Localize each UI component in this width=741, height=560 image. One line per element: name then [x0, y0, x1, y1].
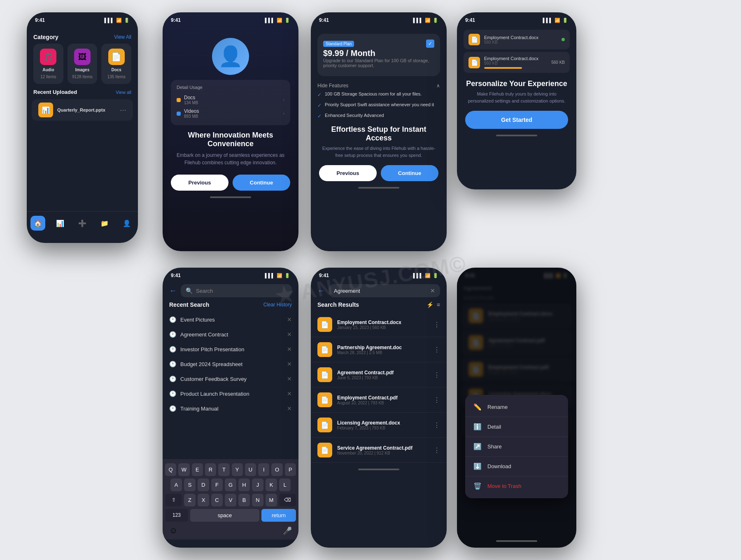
- result-item-2[interactable]: 📄 Partnership Agreement.doc March 28, 20…: [311, 337, 447, 362]
- result-more-5[interactable]: ⋮: [433, 421, 440, 429]
- screen2-prev-button[interactable]: Previous: [319, 165, 377, 181]
- remove-icon-3[interactable]: ✕: [287, 346, 292, 352]
- nav-profile[interactable]: 👤: [119, 216, 134, 231]
- result-more-6[interactable]: ⋮: [433, 446, 440, 454]
- back-button[interactable]: ←: [169, 287, 177, 295]
- result-info-6: Service Agreement Contract.pdf November …: [337, 445, 429, 455]
- result-item-6[interactable]: 📄 Service Agreement Contract.pdf Novembe…: [311, 438, 447, 463]
- result-item-5[interactable]: 📄 Licensing Agreement.docx February 7, 2…: [311, 413, 447, 438]
- nav-stats[interactable]: 📊: [53, 216, 68, 231]
- key-y[interactable]: Y: [232, 463, 243, 476]
- numbers-key[interactable]: 123: [165, 509, 188, 522]
- screen5-phone: 9:41 ▌▌▌ 📶 🔋 ← 🔍 Search Recent Search Cl…: [163, 268, 298, 548]
- key-q[interactable]: Q: [165, 463, 176, 476]
- return-key[interactable]: return: [261, 509, 296, 522]
- key-l[interactable]: L: [279, 478, 291, 491]
- recent-view-all[interactable]: View all: [116, 90, 131, 95]
- key-i[interactable]: I: [258, 463, 269, 476]
- search-item-3[interactable]: 🕐 Investor Pitch Presentation ✕: [163, 342, 298, 357]
- context-rename[interactable]: ✏️ Rename: [465, 397, 568, 417]
- search-item-5[interactable]: 🕐 Customer Feedback Survey ✕: [163, 371, 298, 386]
- result-more-3[interactable]: ⋮: [433, 371, 440, 379]
- space-key[interactable]: space: [190, 509, 259, 522]
- nav-files[interactable]: 📁: [97, 216, 112, 231]
- remove-icon-4[interactable]: ✕: [287, 361, 292, 367]
- get-started-button[interactable]: Get Started: [465, 111, 568, 129]
- result-item-3[interactable]: 📄 Agreement Contract.pdf June 5, 2023 | …: [311, 362, 447, 387]
- screen2-continue-button[interactable]: Continue: [381, 165, 438, 181]
- context-download[interactable]: ⬇️ Download: [465, 457, 568, 476]
- cat-audio[interactable]: 🎵 Audio 12 Items: [33, 44, 63, 84]
- cat-images[interactable]: 🖼 Images 9128 Items: [68, 44, 98, 84]
- nav-add[interactable]: ➕: [75, 216, 90, 231]
- key-p[interactable]: P: [285, 463, 296, 476]
- key-z[interactable]: Z: [184, 494, 196, 506]
- file-more-button[interactable]: ⋯: [120, 106, 126, 114]
- key-h[interactable]: H: [238, 478, 250, 491]
- screen4-signal-icon: ▌▌▌: [105, 18, 114, 23]
- remove-icon-1[interactable]: ✕: [287, 316, 292, 323]
- context-detail[interactable]: ℹ️ Detail: [465, 417, 568, 437]
- agreement-search-box[interactable]: Agreement ✕: [329, 284, 440, 297]
- screen2-status-icons: ▌▌▌ 📶 🔋: [413, 18, 438, 23]
- key-v[interactable]: V: [225, 494, 236, 506]
- result-more-2[interactable]: ⋮: [433, 346, 440, 354]
- key-u[interactable]: U: [245, 463, 256, 476]
- backspace-key[interactable]: ⌫: [279, 494, 296, 506]
- key-a[interactable]: A: [170, 478, 182, 491]
- list-icon[interactable]: ≡: [437, 301, 440, 308]
- plan-badge: Standard Plan: [323, 41, 354, 47]
- remove-icon-2[interactable]: ✕: [287, 331, 292, 338]
- result-item-1[interactable]: 📄 Employment Contract.docx January 15, 2…: [311, 312, 447, 337]
- cat-docs[interactable]: 📄 Docs 135 Items: [101, 44, 131, 84]
- key-n[interactable]: N: [252, 494, 263, 506]
- screen1-prev-button[interactable]: Previous: [171, 175, 228, 191]
- emoji-key[interactable]: ☺: [169, 526, 177, 535]
- search-box[interactable]: 🔍 Search: [181, 284, 292, 297]
- nav-home[interactable]: 🏠: [30, 216, 45, 231]
- remove-icon-5[interactable]: ✕: [287, 376, 292, 382]
- search-item-1[interactable]: 🕐 Event Pictures ✕: [163, 312, 298, 327]
- key-t[interactable]: T: [218, 463, 229, 476]
- screen1-continue-button[interactable]: Continue: [233, 175, 290, 191]
- key-d[interactable]: D: [198, 478, 209, 491]
- context-share[interactable]: ↗️ Share: [465, 437, 568, 457]
- remove-icon-6[interactable]: ✕: [287, 390, 292, 397]
- key-o[interactable]: O: [271, 463, 282, 476]
- screen2-time: 9:41: [319, 17, 329, 23]
- category-view-all[interactable]: View All: [114, 34, 131, 40]
- hide-features-row[interactable]: Hide Features ∧: [311, 80, 447, 91]
- key-g[interactable]: G: [225, 478, 236, 491]
- key-s[interactable]: S: [184, 478, 196, 491]
- result-more-4[interactable]: ⋮: [433, 396, 440, 404]
- search-input[interactable]: Search: [196, 288, 213, 294]
- key-c[interactable]: C: [211, 494, 223, 506]
- screen1-headline: Where Innovation Meets Convenience: [171, 131, 290, 148]
- clear-history-button[interactable]: Clear History: [263, 302, 292, 308]
- key-k[interactable]: K: [266, 478, 277, 491]
- shift-key[interactable]: ⇧: [165, 494, 182, 506]
- key-w[interactable]: W: [178, 463, 189, 476]
- search-item-4[interactable]: 🕐 Budget 2024 Spreadsheet ✕: [163, 357, 298, 371]
- remove-icon-7[interactable]: ✕: [287, 405, 292, 412]
- search-item-7[interactable]: 🕐 Training Manual ✕: [163, 401, 298, 416]
- search-icon: 🔍: [186, 287, 193, 294]
- key-f[interactable]: F: [211, 478, 223, 491]
- key-r[interactable]: R: [205, 463, 216, 476]
- docs-label: Docs: [111, 68, 121, 72]
- result-item-4[interactable]: 📄 Employment Contract.pdf August 10, 202…: [311, 387, 447, 413]
- agreement-back-button[interactable]: ←: [317, 287, 325, 295]
- kb-row-1: Q W E R T Y U I O P: [165, 463, 296, 476]
- search-item-6[interactable]: 🕐 Product Launch Presentation ✕: [163, 386, 298, 401]
- key-x[interactable]: X: [198, 494, 209, 506]
- result-more-1[interactable]: ⋮: [433, 321, 440, 329]
- filter-icon[interactable]: ⚡: [426, 301, 433, 308]
- key-e[interactable]: E: [192, 463, 203, 476]
- context-trash[interactable]: 🗑️ Move to Trash: [465, 476, 568, 496]
- mic-key[interactable]: 🎤: [283, 526, 292, 535]
- clear-search-button[interactable]: ✕: [430, 287, 435, 294]
- key-b[interactable]: B: [238, 494, 250, 506]
- key-m[interactable]: M: [266, 494, 277, 506]
- key-j[interactable]: J: [252, 478, 263, 491]
- search-item-2[interactable]: 🕐 Agreement Contract ✕: [163, 327, 298, 342]
